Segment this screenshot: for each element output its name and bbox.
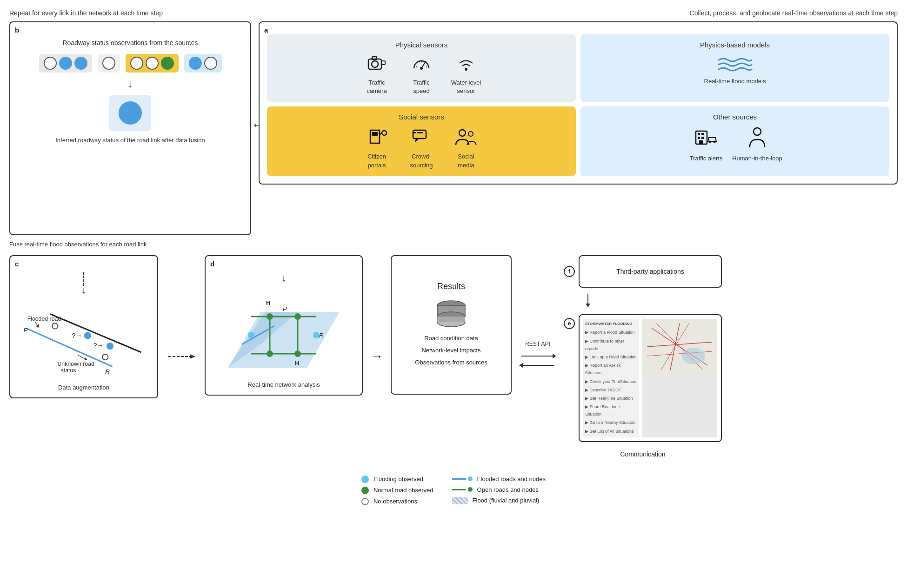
circle-9 (204, 57, 217, 70)
svg-point-18 (468, 132, 473, 136)
label-b-top: Repeat for every link in the network at … (9, 9, 163, 17)
obs-group-4 (184, 54, 222, 73)
legend-cyan-circle (361, 476, 369, 483)
legend-white-circle (361, 498, 369, 505)
svg-point-9 (465, 68, 467, 71)
dashed-arrow-c: ↓ (17, 272, 151, 296)
svg-point-25 (709, 141, 711, 143)
panel-c-bottom-label: Data augmentation (17, 384, 151, 391)
flood-model-label: Real-time flood models (704, 77, 766, 86)
inferred-circle (119, 101, 142, 125)
crowdsourcing-label: Crowd-sourcing (410, 152, 433, 169)
obs-row-1 (18, 54, 243, 73)
label-a-top: Collect, process, and geolocate real-tim… (690, 9, 898, 17)
legend-flooding-observed: Flooding observed (361, 476, 433, 483)
sidebar-item-8[interactable]: ▶ Share Real-time Situation (585, 403, 637, 418)
svg-rect-24 (699, 140, 703, 144)
panel-e-map (642, 319, 717, 437)
phone-icon (367, 126, 387, 150)
legend-normal-road: Normal road observed (361, 487, 433, 494)
sidebar-item-7[interactable]: ▶ Get Real-time Situation (585, 394, 637, 403)
traffic-camera-label: Trafficcamera (367, 79, 387, 95)
svg-text:status: status (61, 367, 76, 374)
svg-point-11 (382, 131, 387, 135)
circle-1 (44, 57, 57, 70)
sidebar-item-6[interactable]: ▶ Describe TXDOT (585, 386, 637, 394)
sidebar-item-4[interactable]: ▶ Report an At-risk Situation (585, 361, 637, 377)
svg-point-55 (294, 350, 301, 357)
physics-model-items: Real-time flood models (587, 54, 883, 86)
panel-d: d ↓ (205, 255, 363, 396)
svg-text:R: R (319, 332, 323, 339)
sidebar-item-9[interactable]: ▶ Go to a Nearby Situation (585, 418, 637, 427)
sidebar-item-2[interactable]: ▶ Contribute to other reports (585, 337, 637, 353)
legend-normal-label: Normal road observed (373, 487, 433, 494)
camera-icon (366, 54, 388, 76)
green-dot-indicator (468, 487, 473, 492)
svg-text:Flooded road: Flooded road (27, 316, 61, 322)
building-car-icon (694, 126, 718, 152)
citizen-portals-item: Citizenportals (358, 126, 395, 169)
sidebar-item-5[interactable]: ▶ Check your Trip/Situation (585, 377, 637, 386)
blue-line-indicator (452, 478, 466, 480)
sidebar-item-10[interactable]: ▶ Get List of All Situations (585, 427, 637, 436)
panel-e: STORMWATER FLOODING ▶ Report a Flood Sit… (579, 314, 722, 442)
svg-marker-68 (553, 354, 556, 358)
top-labels: Repeat for every link in the network at … (9, 9, 898, 17)
svg-rect-21 (701, 133, 704, 135)
svg-text:?→: ?→ (93, 342, 104, 349)
sidebar-app-title: STORMWATER FLOODING (585, 321, 637, 327)
circle-3 (74, 57, 87, 70)
bottom-fuse-label: Fuse real-time flood observations for ea… (9, 241, 147, 248)
flood-model-item: Real-time flood models (704, 54, 766, 86)
traffic-alerts-label: Traffic alerts (690, 154, 723, 163)
legend-col-right: Flooded roads and nodes Open roads and n… (452, 476, 546, 505)
legend-col-left: Flooding observed Normal road observed N… (361, 476, 433, 505)
svg-point-27 (754, 128, 761, 135)
svg-marker-44 (190, 354, 195, 359)
svg-rect-16 (417, 132, 423, 133)
citizen-portals-label: Citizenportals (367, 152, 386, 169)
svg-point-35 (107, 343, 113, 349)
hatched-indicator (452, 497, 468, 504)
water-sensor-label: Water levelsensor (451, 79, 481, 95)
sidebar-item-3[interactable]: ▶ Look up a Road Situation (585, 353, 637, 361)
panel-e-sidebar: STORMWATER FLOODING ▶ Report a Flood Sit… (583, 319, 639, 437)
svg-line-42 (78, 355, 86, 359)
svg-point-1 (372, 61, 378, 67)
svg-point-17 (459, 130, 466, 136)
results-title: Results (437, 282, 465, 291)
panel-e-label-circle: e (564, 318, 575, 329)
legend-open-roads: Open roads and nodes (452, 486, 546, 493)
flood-area-label: Flood (fluvial and pluvial) (473, 497, 540, 504)
circle-8 (189, 57, 202, 70)
wifi-icon (455, 54, 477, 76)
svg-point-26 (714, 141, 716, 143)
social-media-item: Socialmedia (447, 126, 485, 169)
social-media-label: Socialmedia (458, 152, 474, 169)
svg-marker-70 (519, 363, 523, 368)
panel-c: c ↓ P R ?→ ?→ (9, 255, 158, 398)
svg-rect-2 (372, 57, 377, 59)
svg-rect-22 (698, 137, 700, 139)
other-source-items: Traffic alerts Human-in-the-loop (587, 126, 883, 163)
other-sources-title: Other sources (587, 113, 883, 121)
between-labels: Fuse real-time flood observations for ea… (9, 241, 898, 248)
inferred-circle-wrap (109, 95, 151, 131)
svg-text:H: H (295, 360, 299, 367)
legend-flood-area: Flood (fluvial and pluvial) (452, 497, 546, 504)
svg-rect-10 (372, 132, 378, 136)
svg-rect-20 (698, 133, 700, 135)
svg-text:Unknown road: Unknown road (57, 361, 94, 367)
social-sensors-title: Social sensors (273, 113, 569, 121)
results-list: Road condition data Network-level impact… (415, 332, 487, 369)
road-diagram: P R ?→ ?→ Flooded road Unknown road stat… (17, 296, 151, 380)
cyan-dot-indicator (468, 476, 473, 481)
sidebar-item-1[interactable]: ▶ Report a Flood Situation (585, 328, 637, 337)
panel-b-label: b (15, 26, 19, 34)
svg-point-34 (84, 332, 91, 339)
results-box: Results Road condition data Network-leve… (391, 255, 512, 395)
arrow-f-to-e (564, 293, 722, 309)
svg-text:?→: ?→ (72, 332, 82, 339)
svg-rect-66 (437, 317, 465, 322)
